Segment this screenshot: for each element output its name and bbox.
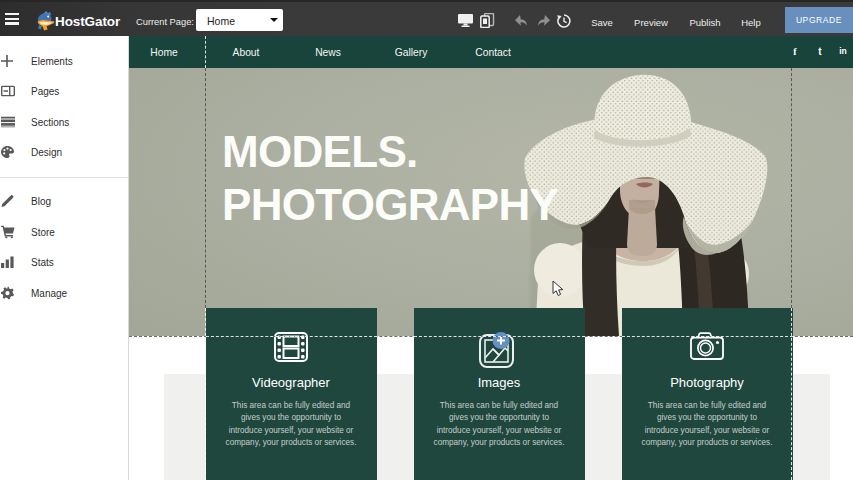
svg-text:MODELS.: MODELS. — [222, 127, 418, 176]
svg-text:PHOTOGRAPHY: PHOTOGRAPHY — [222, 180, 559, 229]
